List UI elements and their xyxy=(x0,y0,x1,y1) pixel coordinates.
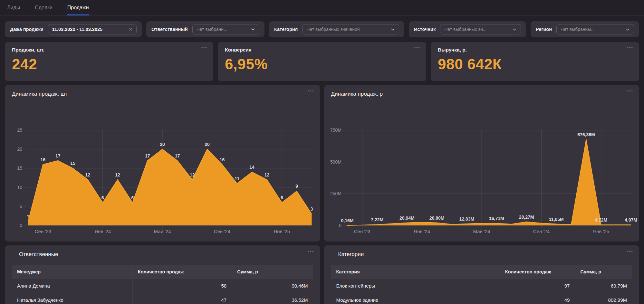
point-label: 20,94М xyxy=(399,215,415,221)
chevron-down-icon xyxy=(390,27,395,32)
kpi-value: 980 642К xyxy=(438,55,632,73)
more-menu-icon[interactable]: ••• xyxy=(414,46,420,50)
point-label: 17 xyxy=(55,153,61,158)
filter-label: Категория xyxy=(274,27,298,32)
point-label: 1 xyxy=(27,214,29,219)
column-header: Категория xyxy=(331,265,500,279)
x-tick-label: Май '24 xyxy=(473,229,490,234)
x-tick-label: Янв '25 xyxy=(593,229,609,234)
table-cell: 36,52М xyxy=(232,293,313,304)
point-label: 676,36М xyxy=(577,132,595,137)
select-placeholder: Нет выбранны... xyxy=(561,27,595,32)
x-tick-label: Сен '24 xyxy=(533,229,549,234)
tab-sales[interactable]: Продажи xyxy=(67,0,89,15)
table-cell: 802,99М xyxy=(575,293,632,304)
kpi-card-sales-count: Продажи, шт. 242 ••• xyxy=(5,42,213,81)
point-label: 15 xyxy=(70,161,75,166)
table-row: Алина Демина5890,46М xyxy=(12,279,313,293)
point-label: 16 xyxy=(220,157,225,162)
chevron-down-icon xyxy=(625,27,630,32)
category-select[interactable]: Нет выбранных значений xyxy=(302,24,399,34)
chart-card-sales-rub: Динамика продаж, р ••• 750М500М250М0Сен … xyxy=(324,85,639,242)
y-tick-label: 25 xyxy=(17,128,22,133)
chart-title: Динамика продаж, шт xyxy=(5,85,320,99)
point-label: 12 xyxy=(190,172,195,177)
point-label: 11 xyxy=(235,176,239,181)
filter-source: Источник Нет выбранных зн... xyxy=(409,21,526,37)
table-cell: 49 xyxy=(500,293,575,304)
clear-date-icon[interactable]: ✕ xyxy=(129,27,132,32)
table-cell: 90,46М xyxy=(232,279,313,293)
more-menu-icon[interactable]: ••• xyxy=(201,46,207,50)
filter-category: Категория Нет выбранных значений xyxy=(269,21,404,37)
kpi-label: Конверсия xyxy=(225,47,419,53)
x-tick-label: Сен '23 xyxy=(35,229,51,234)
tables-row: Ответственные ••• Менеджер Количество пр… xyxy=(5,245,639,304)
tab-bar: Лиды Сделки Продажи xyxy=(0,0,644,15)
chart-title: Динамика продаж, р xyxy=(324,85,639,99)
x-tick-label: Янв '25 xyxy=(274,229,290,234)
chevron-down-icon xyxy=(251,27,255,32)
point-label: 12 xyxy=(85,172,91,177)
point-label: 12 xyxy=(264,172,270,177)
region-select[interactable]: Нет выбранны... xyxy=(556,24,634,34)
kpi-card-conversion: Конверсия 6,95% ••• xyxy=(218,42,426,81)
table-title: Категории xyxy=(331,245,632,260)
point-label: 0,16М xyxy=(341,218,353,223)
managers-table: Менеджер Количество продаж Сумма, р Алин… xyxy=(12,265,313,304)
table-header-row: Категория Количество продаж Сумма, р xyxy=(331,265,632,279)
table-cell: 69,79М xyxy=(575,279,632,293)
filter-label: Ответственный xyxy=(151,27,188,32)
table-title: Ответственные xyxy=(12,245,313,260)
x-tick-label: Янв '24 xyxy=(94,229,111,234)
tab-leads[interactable]: Лиды xyxy=(7,0,20,15)
more-menu-icon[interactable]: ••• xyxy=(308,89,314,93)
y-tick-label: 20 xyxy=(17,147,22,152)
y-tick-label: 500М xyxy=(330,159,341,165)
point-label: 12,83М xyxy=(459,216,474,222)
point-label: 7,22М xyxy=(371,217,383,222)
charts-row: Динамика продаж, шт ••• 2520151050Сен '2… xyxy=(5,85,639,242)
point-label: 28,27М xyxy=(519,214,534,220)
point-label: 20 xyxy=(160,142,165,147)
table-card-managers: Ответственные ••• Менеджер Количество пр… xyxy=(5,245,320,304)
table-row: Блок контейнеры9769,79М xyxy=(331,279,632,293)
y-tick-label: 10 xyxy=(17,185,22,190)
more-menu-icon[interactable]: ••• xyxy=(627,46,633,50)
point-label: 4,72М xyxy=(595,217,607,223)
y-tick-label: 750М xyxy=(330,128,341,133)
column-header: Сумма, р xyxy=(232,265,313,279)
filter-region: Регион Нет выбранны... xyxy=(531,21,639,37)
responsible-select[interactable]: Нет выбранн... xyxy=(192,24,259,34)
area-chart-sales-qty: 2520151050Сен '23Янв '24Май '24Сен '24Ян… xyxy=(5,99,320,237)
filter-sale-date: Дажа продажи 11.03.2022 - 11.03.2025 ✕ xyxy=(5,21,142,37)
table-row: Наталья Забудченко4736,52М xyxy=(12,293,313,304)
kpi-label: Выручка, р. xyxy=(438,47,632,53)
tab-deals[interactable]: Сделки xyxy=(35,0,53,15)
kpi-value: 6,95% xyxy=(225,55,419,73)
point-label: 12 xyxy=(115,172,120,177)
more-menu-icon[interactable]: ••• xyxy=(627,249,633,253)
point-label: 6 xyxy=(131,195,134,200)
more-menu-icon[interactable]: ••• xyxy=(627,89,633,93)
point-label: 9 xyxy=(295,184,298,189)
select-placeholder: Нет выбранных зн... xyxy=(444,27,486,32)
point-label: 6 xyxy=(281,195,283,200)
source-select[interactable]: Нет выбранных зн... xyxy=(440,24,521,34)
more-menu-icon[interactable]: ••• xyxy=(308,249,314,253)
y-tick-label: 0 xyxy=(339,223,341,228)
table-header-row: Менеджер Количество продаж Сумма, р xyxy=(12,265,313,279)
date-range-input[interactable]: 11.03.2022 - 11.03.2025 ✕ xyxy=(48,24,137,34)
point-label: 3 xyxy=(311,206,313,212)
column-header: Сумма, р xyxy=(575,265,632,279)
filter-label: Источник xyxy=(414,27,436,32)
filter-label: Дажа продажи xyxy=(10,27,43,32)
filters-bar: Дажа продажи 11.03.2022 - 11.03.2025 ✕ О… xyxy=(5,21,639,37)
table-row: Модульное здание49802,99М xyxy=(331,293,632,304)
point-label: 20,80М xyxy=(429,215,444,221)
point-label: 17 xyxy=(175,153,180,158)
table-cell: Наталья Забудченко xyxy=(12,293,132,304)
point-label: 6 xyxy=(101,195,104,200)
point-label: 14 xyxy=(249,165,255,170)
point-label: 4,97М xyxy=(625,217,637,223)
